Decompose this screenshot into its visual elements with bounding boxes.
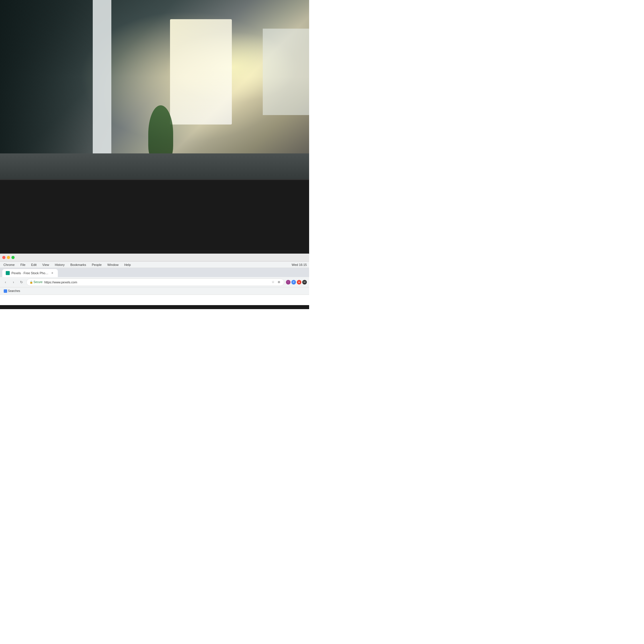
- tab-close-button[interactable]: ✕: [50, 271, 54, 275]
- ext-icon-3[interactable]: ●: [297, 280, 301, 285]
- bookmark-searches[interactable]: Searches: [2, 289, 21, 293]
- menu-chrome[interactable]: Chrome: [2, 262, 16, 267]
- menu-file[interactable]: File: [19, 262, 27, 267]
- traffic-lights: [2, 256, 15, 259]
- menu-people[interactable]: People: [91, 262, 103, 267]
- secure-badge: 🔒 Secure: [29, 280, 43, 284]
- address-bar-row: ‹ › ↻ 🔒 Secure https://www.pexels.com ☆ …: [0, 277, 309, 287]
- menu-help[interactable]: Help: [123, 262, 132, 267]
- browser-window: Chrome File Edit View History Bookmarks …: [0, 254, 309, 305]
- menu-bookmarks[interactable]: Bookmarks: [69, 262, 87, 267]
- ext-icon-1[interactable]: ♡: [286, 280, 291, 285]
- system-time: Wed 16:15: [292, 263, 307, 266]
- background-photo: [0, 0, 309, 192]
- chrome-menubar: Chrome File Edit View History Bookmarks …: [0, 262, 309, 268]
- bookmarks-bar: Searches: [0, 287, 309, 295]
- bookmark-icon: [4, 289, 7, 293]
- bookmark-star-icon[interactable]: ☆: [271, 280, 275, 285]
- address-icons: ☆ ⊕: [271, 280, 281, 285]
- close-window-button[interactable]: [2, 256, 5, 259]
- menu-edit[interactable]: Edit: [30, 262, 38, 267]
- fullscreen-window-button[interactable]: [11, 256, 15, 259]
- forward-button[interactable]: ›: [10, 279, 17, 285]
- column: [93, 0, 111, 153]
- url-text[interactable]: https://www.pexels.com: [44, 280, 269, 284]
- tab-favicon: [6, 271, 10, 275]
- refresh-button[interactable]: ↻: [18, 279, 25, 285]
- secure-label: Secure: [33, 280, 43, 284]
- extension-icons: ♡ P ● M: [286, 280, 307, 285]
- lock-icon: 🔒: [29, 280, 33, 284]
- address-bar[interactable]: 🔒 Secure https://www.pexels.com ☆ ⊕: [26, 278, 284, 286]
- ext-icon-4[interactable]: M: [302, 280, 307, 285]
- back-button[interactable]: ‹: [2, 279, 9, 285]
- menu-window[interactable]: Window: [106, 262, 120, 267]
- tab-title: Pexels · Free Stock Photos: [11, 271, 49, 275]
- ext-icon-2[interactable]: P: [291, 280, 296, 285]
- active-tab[interactable]: Pexels · Free Stock Photos ✕: [2, 269, 58, 277]
- menu-view[interactable]: View: [41, 262, 50, 267]
- window-glare-2: [263, 29, 309, 115]
- tab-bar: Pexels · Free Stock Photos ✕: [0, 268, 309, 277]
- window-glare: [170, 19, 232, 125]
- menu-history[interactable]: History: [54, 262, 66, 267]
- macos-titlebar: [0, 254, 309, 262]
- shield-icon[interactable]: ⊕: [276, 280, 281, 285]
- minimize-window-button[interactable]: [7, 256, 10, 259]
- system-bar-right: Wed 16:15: [292, 263, 307, 266]
- screen-bezel: Chrome File Edit View History Bookmarks …: [0, 179, 309, 309]
